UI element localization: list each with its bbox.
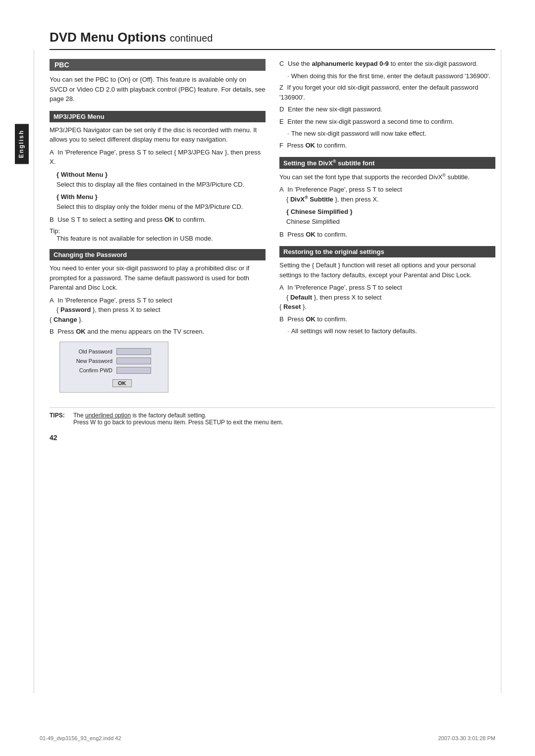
divx-section-header: Setting the DivX® subtitle font [279,157,495,169]
new-password-label: New Password [68,358,112,364]
confirm-pwd-label: Confirm PWD [68,367,112,373]
new-password-field [116,357,151,364]
left-column: PBC You can set the PBC to {On} or {Off}… [50,59,266,398]
restore-step-b: B Press OK to confirm. [279,314,495,324]
pbc-section-header: PBC [50,59,266,71]
password-step-a: A In 'Preference Page', press S T to sel… [50,296,266,325]
divx-step-a: A In 'Preference Page', press S T to sel… [279,185,495,204]
password-step-c: C Use the alphanumeric keypad 0-9 to ent… [279,59,495,69]
password-step-d: D Enter the new six-digit password. [279,104,495,114]
mp3jpeg-section-header: MP3/JPEG Menu [50,111,266,122]
footer: 01-49_dvp3156_93_eng2.indd 42 2007-03-30… [40,735,495,741]
mp3jpeg-step-b: B Use S T to select a setting and press … [50,215,266,225]
password-step-e: E Enter the new six-digit password a sec… [279,117,495,127]
restore-body: Setting the { Default } function will re… [279,260,495,280]
tips-line2: Press W to go back to previous menu item… [73,419,283,426]
mp3jpeg-step-a: A In 'Preference Page', press S T to sel… [50,148,266,167]
pbc-body: You can set the PBC to {On} or {Off}. Th… [50,75,266,104]
old-password-field [116,348,151,355]
footer-left: 01-49_dvp3156_93_eng2.indd 42 [40,735,121,741]
password-sub1: When doing this for the first time, ente… [279,71,495,81]
divx-step-b: B Press OK to confirm. [279,230,495,240]
password-step-z: Z If you forget your old six-digit passw… [279,83,495,102]
with-menu-body: Select this to display only the folder m… [50,202,266,212]
restore-section-header: Restoring to the original settings [279,246,495,257]
divx-body: You can set the font type that supports … [279,172,495,182]
without-menu-body: Select this to display all the files con… [50,180,266,190]
with-menu-header: { With Menu } [50,193,266,201]
old-password-label: Old Password [68,349,112,354]
confirm-pwd-field [116,367,151,374]
restore-step-a: A In 'Preference Page', press S T to sel… [279,283,495,312]
page-title: DVD Menu Options continued [50,30,495,50]
password-sub2: The new six-digit password will now take… [279,129,495,139]
tips-section: TIPS: The underlined option is the facto… [50,407,495,426]
footer-right: 2007-03-30 3:01:28 PM [438,735,495,741]
page-number: 42 [50,434,495,442]
ok-button-mockup: OK [112,379,132,387]
password-step-f: F Press OK to confirm. [279,141,495,151]
mp3jpeg-body: MP3/JPEG Navigator can be set only if th… [50,125,266,145]
restore-sub1: All settings will now reset to factory d… [279,326,495,336]
chinese-body: Chinese Simplified [279,217,495,227]
without-menu-header: { Without Menu } [50,171,266,178]
tip-box: Tip: This feature is not available for s… [50,227,266,242]
password-section-header: Changing the Password [50,249,266,260]
chinese-header: { Chinese Simplified } [279,208,495,215]
password-body: You need to enter your six-digit passwor… [50,263,266,293]
tips-line1: The underlined option is the factory def… [73,412,283,419]
password-screen-mockup: Old Password New Password Confirm PWD OK [59,342,168,393]
right-column: C Use the alphanumeric keypad 0-9 to ent… [279,59,495,398]
tips-label: TIPS: [50,412,69,426]
password-step-b: B Press OK and the menu appears on the T… [50,327,266,337]
